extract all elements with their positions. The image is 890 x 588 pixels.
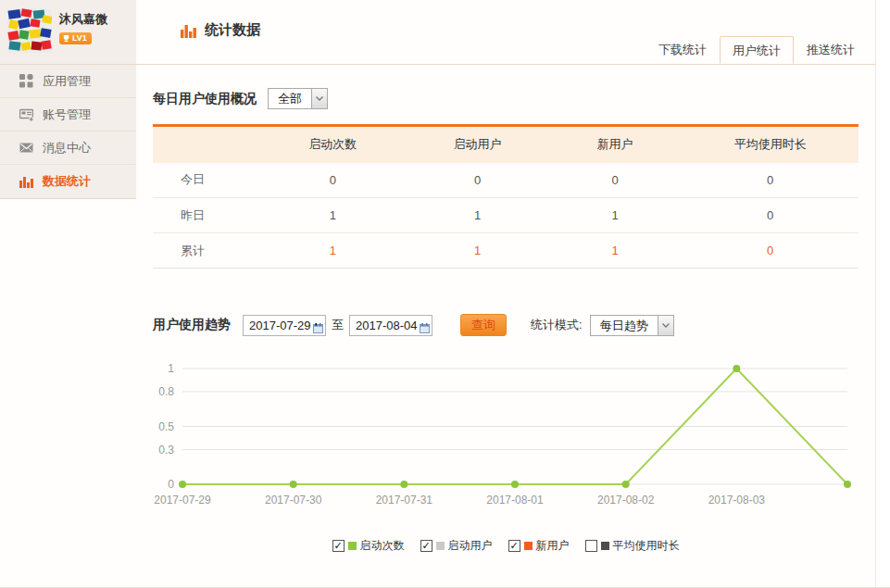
selected-option: 每日趋势 (591, 316, 658, 335)
column-header: 启动用户 (407, 126, 547, 163)
cell-value: 1 (548, 233, 683, 269)
data-point (400, 481, 407, 488)
data-point (511, 481, 519, 488)
row-label: 昨日 (153, 198, 258, 233)
x-axis-tick: 2017-07-29 (154, 494, 211, 507)
selected-option: 全部 (269, 89, 311, 108)
series-color-swatch (348, 542, 357, 550)
sidebar-item-label: 应用管理 (43, 73, 91, 90)
data-point (733, 365, 740, 372)
cell-value: 0 (548, 163, 683, 198)
cell-value: 0 (258, 163, 407, 198)
data-point (179, 481, 186, 488)
user-level-text: LV1 (72, 33, 87, 44)
stats-mode-select[interactable]: 每日趋势 (590, 315, 674, 336)
sidebar-nav: 应用管理 账号管理 (0, 65, 136, 199)
trophy-icon (62, 34, 70, 43)
usage-trend-label: 用户使用趋势 (153, 317, 231, 333)
cell-value: 0 (682, 198, 859, 233)
legend-item[interactable]: ✓启动用户 (420, 538, 493, 554)
page-title-text: 统计数据 (205, 21, 260, 39)
series-color-swatch (601, 542, 609, 550)
sidebar-item-data-statistics[interactable]: 数据统计 (0, 165, 136, 198)
sidebar-item-label: 消息中心 (43, 140, 91, 156)
table-header-row: 启动次数 启动用户 新用户 平均使用时长 (153, 126, 859, 163)
account-card-icon (19, 107, 33, 121)
unchecked-checkbox-icon[interactable] (585, 540, 597, 552)
bar-chart-icon (181, 23, 196, 38)
app-logo (7, 8, 52, 53)
bar-chart-icon (19, 175, 33, 189)
sidebar-item-label: 数据统计 (43, 173, 91, 190)
calendar-icon[interactable] (313, 320, 323, 331)
series-color-swatch (436, 542, 445, 550)
trend-line-chart-svg: 00.30.50.812017-07-292017-07-302017-07-3… (153, 348, 875, 515)
tab-label: 推送统计 (807, 43, 855, 56)
cell-value: 0 (682, 163, 859, 198)
checked-checkbox-icon[interactable]: ✓ (420, 540, 432, 552)
legend-label: 平均使用时长 (613, 538, 680, 554)
table-row-total: 累计 1 1 1 0 (153, 233, 859, 269)
content-area: 每日用户使用概况 全部 启动次数 启动用户 新用户 (136, 65, 875, 587)
legend-item[interactable]: ✓新用户 (508, 538, 570, 554)
y-axis-tick: 0 (168, 478, 174, 491)
legend-label: 启动次数 (360, 538, 405, 554)
tab-download-stats[interactable]: 下载统计 (646, 36, 720, 64)
y-axis-tick: 0.5 (158, 420, 174, 433)
cell-value: 1 (407, 233, 547, 269)
y-axis-tick: 1 (168, 362, 174, 375)
chevron-down-icon (658, 316, 673, 335)
column-header (153, 126, 258, 163)
cell-value: 1 (258, 198, 407, 233)
cell-value: 1 (258, 233, 407, 269)
sidebar-item-message-center[interactable]: 消息中心 (0, 131, 136, 165)
y-axis-tick: 0.8 (158, 385, 174, 398)
sidebar: 沐风嘉微 LV1 (0, 0, 136, 587)
checked-checkbox-icon[interactable]: ✓ (508, 540, 520, 552)
legend-item[interactable]: 平均使用时长 (585, 538, 680, 554)
sidebar-item-app-management[interactable]: 应用管理 (0, 65, 136, 98)
usage-overview-table: 启动次数 启动用户 新用户 平均使用时长 今日 0 0 0 0 (153, 124, 859, 269)
stats-mode-label: 统计模式: (531, 317, 583, 333)
daily-overview-label: 每日用户使用概况 (153, 91, 257, 107)
data-point (290, 481, 297, 488)
tab-bar: 下载统计 用户统计 推送统计 (646, 36, 868, 64)
checked-checkbox-icon[interactable]: ✓ (332, 540, 345, 552)
page-header: 统计数据 下载统计 用户统计 推送统计 (136, 0, 875, 65)
date-range-to-label: 至 (332, 317, 344, 333)
y-axis-tick: 0.3 (158, 444, 174, 457)
sidebar-item-account-management[interactable]: 账号管理 (0, 98, 136, 131)
app-window: 沐风嘉微 LV1 (0, 0, 876, 587)
overview-filter-select[interactable]: 全部 (268, 88, 328, 109)
row-label: 累计 (153, 233, 258, 269)
envelope-icon (19, 141, 33, 155)
user-level-badge: LV1 (59, 32, 92, 44)
cell-value: 0 (682, 233, 859, 269)
column-header: 新用户 (548, 126, 683, 163)
tab-user-stats[interactable]: 用户统计 (720, 36, 794, 64)
user-profile-block: 沐风嘉微 LV1 (0, 0, 136, 65)
cell-value: 1 (407, 198, 547, 233)
data-point (622, 481, 630, 488)
cell-value: 1 (548, 198, 683, 233)
calendar-icon[interactable] (420, 320, 430, 331)
table-row-today: 今日 0 0 0 0 (153, 163, 859, 198)
column-header: 平均使用时长 (682, 126, 859, 163)
legend-item[interactable]: ✓启动次数 (332, 538, 405, 554)
app-grid-icon (19, 74, 33, 88)
tab-label: 下载统计 (658, 43, 707, 56)
series-color-swatch (524, 542, 533, 550)
chart-legend: ✓启动次数✓启动用户✓新用户平均使用时长 (153, 538, 859, 554)
x-axis-tick: 2017-07-30 (265, 494, 322, 507)
x-axis-tick: 2017-07-31 (376, 494, 433, 507)
x-axis-tick: 2017-08-03 (708, 494, 766, 507)
query-button[interactable]: 查询 (460, 314, 507, 336)
column-header: 启动次数 (258, 126, 407, 163)
usage-trend-chart: 00.30.50.812017-07-292017-07-302017-07-3… (153, 348, 859, 519)
legend-label: 启动用户 (448, 538, 493, 554)
x-axis-tick: 2017-08-02 (597, 494, 655, 507)
page-title: 统计数据 (181, 21, 260, 39)
cell-value: 0 (407, 163, 547, 198)
tab-push-stats[interactable]: 推送统计 (794, 36, 868, 64)
user-name: 沐风嘉微 (59, 11, 107, 28)
